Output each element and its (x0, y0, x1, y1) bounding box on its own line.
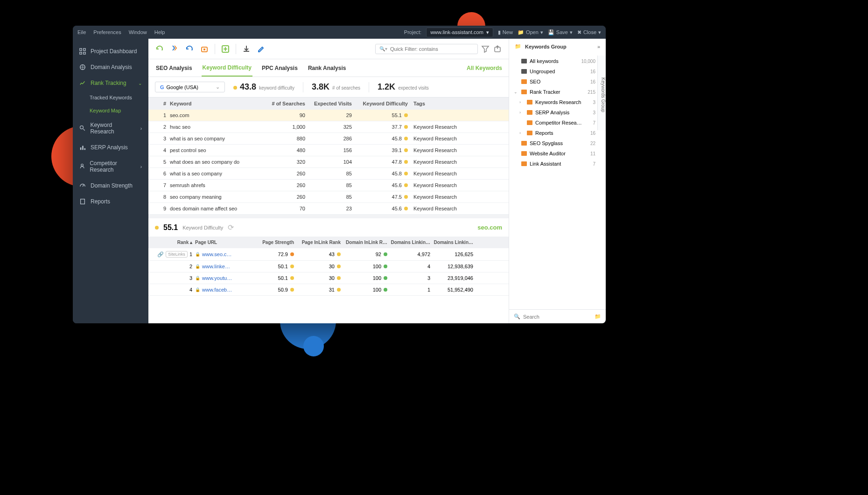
new-button[interactable]: ▮New (498, 29, 513, 35)
cell-url[interactable]: 🔒www.faceb… (195, 287, 251, 293)
cell-keyword: pest control seo (170, 147, 259, 153)
add-icon[interactable] (221, 44, 230, 54)
tree-item[interactable]: ⌄Rank Tracker215 (514, 87, 602, 97)
filter-icon[interactable] (481, 44, 490, 54)
table-row[interactable]: 4pest control seo48015639.1 Keyword Rese… (148, 145, 509, 156)
tab-seo-analysis[interactable]: SEO Analysis (155, 60, 193, 76)
col-keyword[interactable]: Keyword (170, 101, 259, 106)
sidebar-sub-keyword-map[interactable]: Keyword Map (73, 104, 148, 117)
tree-item[interactable]: Competitor Resea…7 (514, 118, 602, 128)
dcol-dli[interactable]: Domains Linkin… (387, 240, 430, 245)
cell-keyword: what is an seo company (170, 136, 259, 141)
cell-ps: 50.1 (251, 275, 294, 281)
panel-search[interactable]: 🔍 📁 (509, 309, 606, 323)
dot-icon (337, 288, 341, 292)
sidebar-label: SERP Analysis (91, 144, 128, 151)
cell-tags: Keyword Research (408, 124, 464, 130)
cell-visits: 85 (305, 182, 352, 188)
menu-file[interactable]: Eile (77, 29, 86, 35)
table-row[interactable]: 6what is a seo company2608545.8 Keyword … (148, 168, 509, 180)
sidebar-item-competitor-research[interactable]: Competitor Research › (73, 155, 148, 178)
cell-url[interactable]: 🔒www.linke… (195, 264, 251, 269)
cell-url[interactable]: 🔒www.youtu… (195, 275, 251, 281)
export-icon[interactable] (493, 44, 502, 54)
sidebar-item-reports[interactable]: Reports (73, 194, 148, 209)
stop-icon[interactable] (200, 44, 209, 54)
detail-row[interactable]: 🔗SiteLinks 1🔒www.seo.c…72.9 43 92 4,9721… (148, 248, 509, 261)
tree-item[interactable]: ›Keywords Research3 (514, 97, 602, 107)
sidebar-item-rank-tracking[interactable]: Rank Tracking ⌄ (73, 75, 148, 91)
tab-rank-analysis[interactable]: Rank Analysis (307, 60, 347, 76)
col-tags[interactable]: Tags (408, 101, 464, 106)
chevron-down-icon: ▾ (598, 29, 601, 35)
detail-row[interactable]: 4🔒www.faceb…50.9 31 100 151,952,490 (148, 284, 509, 296)
open-button[interactable]: 📁Open▾ (518, 29, 543, 35)
dcol-dlo[interactable]: Domains Linkin… (430, 240, 473, 245)
sidebar-item-serp-analysis[interactable]: SERP Analysis (73, 139, 148, 155)
vertical-tab[interactable]: Keywords Group (597, 56, 606, 130)
cell-rank: 3 (153, 275, 195, 281)
sidebar-item-domain-analysis[interactable]: Domain Analysis (73, 59, 148, 75)
project-select[interactable]: www.link-assistant.com ▾ (426, 28, 493, 37)
col-number[interactable]: # (153, 101, 170, 106)
cell-url[interactable]: 🔒www.seo.c… (195, 251, 251, 257)
dot-icon (290, 288, 294, 292)
cell-visits: 29 (305, 112, 352, 118)
dcol-url[interactable]: Page URL (195, 240, 251, 245)
tree-item[interactable]: SEO16 (514, 77, 602, 87)
tree-label: Website Auditor (530, 151, 566, 156)
tree-item[interactable]: Website Auditor11 (514, 148, 602, 159)
tab-keyword-difficulty[interactable]: Keyword Difficulty (202, 60, 252, 77)
edit-icon[interactable] (257, 44, 266, 54)
table-row[interactable]: 3what is an seo company88028645.8 Keywor… (148, 133, 509, 145)
col-searches[interactable]: # of Searches (259, 101, 305, 106)
dot-icon (404, 125, 408, 129)
table-row[interactable]: 8seo company meaning2608547.5 Keyword Re… (148, 191, 509, 203)
save-button[interactable]: 💾Save▾ (548, 29, 573, 35)
lock-icon: 🔒 (195, 287, 200, 292)
stat-searches: 3.8K # of searches (312, 82, 360, 92)
tab-ppc-analysis[interactable]: PPC Analysis (261, 60, 299, 76)
close-icon: ✖ (577, 29, 581, 35)
table-row[interactable]: 5what does an seo company do32010447.8 K… (148, 156, 509, 168)
dcol-pir[interactable]: Page InLink Rank (294, 240, 341, 245)
tree-item[interactable]: All keywords10,000 (514, 56, 602, 66)
detail-row[interactable]: 2🔒www.linke…50.1 30 100 412,938,639 (148, 261, 509, 272)
folder-add-icon[interactable]: 📁 (595, 314, 601, 320)
import-icon[interactable] (242, 44, 251, 54)
dcol-dir[interactable]: Domain InLink R… (341, 240, 387, 245)
sidebar-item-domain-strength[interactable]: Domain Strength (73, 178, 148, 194)
table-row[interactable]: 1seo.com902955.1 (148, 110, 509, 121)
panel-search-input[interactable] (523, 314, 592, 320)
detail-row[interactable]: 3🔒www.youtu…50.1 30 100 323,919,046 (148, 272, 509, 284)
col-kd[interactable]: Keyword Difficulty (352, 101, 408, 106)
sidebar-item-dashboard[interactable]: Project Dashboard (73, 43, 148, 59)
sidebar-sub-tracked-keywords[interactable]: Tracked Keywords (73, 91, 148, 104)
close-button[interactable]: ✖Close▾ (577, 29, 601, 35)
quick-filter-input[interactable]: 🔍▾ (375, 44, 478, 54)
filter-field[interactable] (390, 46, 474, 52)
dcol-rank[interactable]: Rank ▴ (153, 240, 195, 245)
table-row[interactable]: 9does domain name affect seo702345.6 Key… (148, 203, 509, 215)
dcol-ps[interactable]: Page Strength (251, 240, 294, 245)
menu-help[interactable]: Help (154, 29, 165, 35)
tree-item[interactable]: Ungrouped16 (514, 66, 602, 77)
table-row[interactable]: 7semrush ahrefs2608545.6 Keyword Researc… (148, 180, 509, 191)
refresh-green-icon[interactable] (155, 44, 164, 54)
cell-number: 9 (153, 206, 170, 211)
all-keywords-link[interactable]: All Keywords (467, 65, 502, 71)
tree-item[interactable]: Link Assistant7 (514, 159, 602, 169)
tree-item[interactable]: ›Reports16 (514, 128, 602, 138)
sidebar-item-keyword-research[interactable]: Keyword Research › (73, 117, 148, 139)
refresh-orange-icon[interactable] (170, 44, 179, 54)
menu-window[interactable]: Window (129, 29, 147, 35)
tree-item[interactable]: ›SERP Analysis3 (514, 107, 602, 118)
col-visits[interactable]: Expected Visits (305, 101, 352, 106)
collapse-icon[interactable]: » (597, 44, 600, 49)
refresh-icon[interactable]: ⟳ (228, 223, 234, 232)
tree-item[interactable]: SEO Spyglass22 (514, 138, 602, 148)
refresh-blue-icon[interactable] (185, 44, 194, 54)
table-row[interactable]: 2hvac seo1,00032537.7 Keyword Research (148, 121, 509, 133)
search-engine-select[interactable]: GGoogle (USA) ⌄ (155, 82, 225, 92)
menu-preferences[interactable]: Preferences (93, 29, 121, 35)
